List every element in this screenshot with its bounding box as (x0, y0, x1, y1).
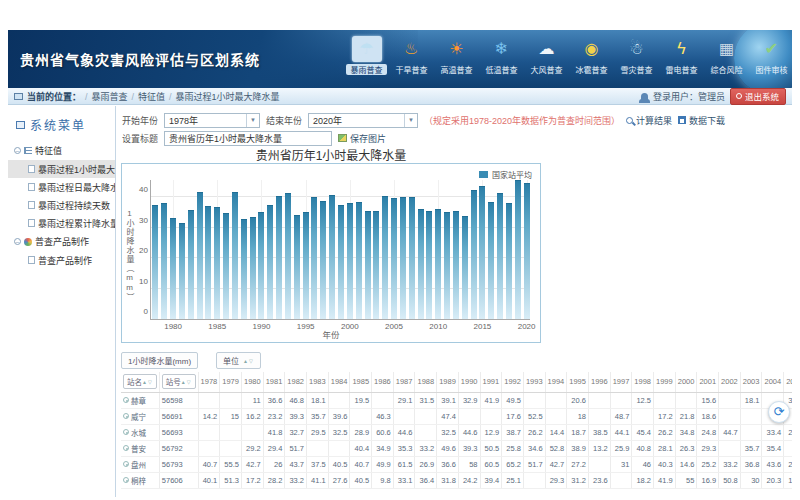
logout-button[interactable]: 退出系统 (730, 88, 786, 105)
value-cell: 24.2 (458, 472, 480, 488)
nav-item-冰雹普查[interactable]: ◉冰雹普查 (571, 36, 612, 75)
col-header-year-1999: 1999 (654, 372, 676, 392)
value-cell: 35.3 (393, 440, 415, 456)
station-name-cell[interactable]: 赫章 (121, 392, 159, 408)
station-name: 桐梓 (131, 475, 146, 486)
nav-item-综合风险[interactable]: ▦综合风险 (706, 36, 747, 75)
sidebar: 系统菜单 –特征值暴雨过程1小时最大降水量暴雨过程日最大降水量暴雨过程持续天数暴… (8, 106, 116, 497)
value-cell: 41.9 (480, 392, 502, 408)
sidebar-tree: –特征值暴雨过程1小时最大降水量暴雨过程日最大降水量暴雨过程持续天数暴雨过程累计… (8, 141, 115, 269)
tree-toggle-icon[interactable]: – (14, 238, 21, 245)
col-header-year-1988: 1988 (415, 372, 437, 392)
login-user-label: 登录用户：管理员 (653, 90, 725, 103)
bar-1983 (197, 192, 203, 319)
breadcrumb-segment[interactable]: 暴雨过程1小时最大降水量 (176, 92, 280, 102)
nav-item-label: 低温普查 (481, 64, 522, 75)
sidebar-group-普查产品制作[interactable]: –普查产品制作 (8, 232, 115, 251)
station-name-cell[interactable]: 普安 (121, 440, 159, 456)
sidebar-item-暴雨过程累计降水量[interactable]: 暴雨过程累计降水量 (8, 214, 115, 232)
menu-icon (16, 121, 25, 129)
nav-item-图件审核[interactable]: ✔图件审核 (751, 36, 792, 75)
station-name: 赫章 (131, 395, 146, 406)
unit-sort-filter[interactable]: 单位 ▲▽ (216, 352, 261, 369)
col-label: 站名 (127, 376, 142, 387)
bar-1996 (311, 197, 317, 319)
bar-2016 (488, 202, 494, 319)
breadcrumb-segment[interactable]: 特征值 (138, 92, 165, 102)
value-cell: 31.5 (415, 392, 437, 408)
snow-icon: ☃ (622, 36, 652, 62)
image-icon (338, 134, 347, 142)
value-cell (610, 392, 632, 408)
station-id-sort[interactable]: 站号▲▽ (162, 374, 196, 389)
x-tick-label: 1985 (208, 322, 226, 331)
value-cell: 21.8 (675, 408, 697, 424)
nav-item-高温普查[interactable]: ☀高温普查 (436, 36, 477, 75)
x-tick-label: 2020 (518, 322, 536, 331)
calculate-button[interactable]: 计算结果 (626, 114, 672, 127)
bar-2006 (400, 197, 406, 319)
value-cell: 35.7 (740, 440, 762, 456)
value-cell (241, 424, 263, 440)
bar-2001 (356, 202, 362, 319)
station-name-cell[interactable]: 盘州 (121, 456, 159, 472)
value-cell: 34.6 (523, 440, 545, 456)
sidebar-title: 系统菜单 (8, 114, 115, 141)
station-name-cell[interactable]: 威宁 (121, 408, 159, 424)
station-name-cell[interactable]: 水城 (121, 424, 159, 440)
value-cell: 16.2 (241, 408, 263, 424)
sidebar-group-特征值[interactable]: –特征值 (8, 141, 115, 160)
value-cell: 38.9 (567, 440, 589, 456)
download-button[interactable]: 数据下载 (678, 114, 725, 127)
bar-1978 (152, 205, 158, 319)
value-cell: 20.6 (567, 392, 589, 408)
start-year-select[interactable]: 1978年 ▼ (164, 113, 260, 128)
refresh-icon: ⟳ (774, 404, 785, 419)
value-cell: 11 (241, 392, 263, 408)
value-cell (307, 440, 329, 456)
nav-item-大风普查[interactable]: ☁大风普查 (526, 36, 567, 75)
value-cell: 40.7 (350, 456, 372, 472)
breadcrumb-segment[interactable]: 暴雨普查 (92, 92, 128, 102)
sidebar-item-暴雨过程1小时最大降水量[interactable]: 暴雨过程1小时最大降水量 (8, 160, 115, 178)
col-header-year-1993: 1993 (523, 372, 545, 392)
value-cell: 28.9 (350, 424, 372, 440)
power-icon (736, 93, 742, 99)
nav-item-雪灾普查[interactable]: ☃雪灾普查 (616, 36, 657, 75)
col-header-year-2000: 2000 (675, 372, 697, 392)
col-label: 站号 (166, 376, 181, 387)
value-cell: 14.4 (545, 424, 567, 440)
value-cell: 32.5 (437, 424, 459, 440)
refresh-button[interactable]: ⟳ (768, 401, 790, 423)
value-cell: 42.7 (545, 456, 567, 472)
nav-item-暴雨普查[interactable]: ☂暴雨普查 (346, 36, 387, 75)
station-name-cell[interactable]: 桐梓 (121, 472, 159, 488)
y-tick-label: 40 (139, 185, 148, 194)
value-cell: 17.1 (784, 472, 792, 488)
sidebar-item-暴雨过程日最大降水量[interactable]: 暴雨过程日最大降水量 (8, 178, 115, 196)
value-cell (545, 392, 567, 408)
chart-title-input[interactable]: 贵州省历年1小时最大降水量 (164, 131, 332, 146)
end-year-select[interactable]: 2020年 ▼ (308, 113, 418, 128)
bar-1993 (285, 193, 291, 319)
value-type-filter[interactable]: 1小时降水量(mm) (121, 352, 198, 369)
nav-item-label: 雪灾普查 (616, 64, 657, 75)
value-cell: 50.8 (719, 472, 741, 488)
top-nav: ☂暴雨普查♨干旱普查☀高温普查❄低温普查☁大风普查◉冰雹普查☃雪灾普查ϟ雷电普查… (346, 36, 792, 75)
station-name-sort[interactable]: 站名▲▽ (123, 374, 157, 389)
y-tick-label: 20 (139, 246, 148, 255)
nav-item-低温普查[interactable]: ❄低温普查 (481, 36, 522, 75)
save-image-button[interactable]: 保存图片 (338, 132, 386, 145)
composite-risk-icon: ▦ (712, 36, 742, 62)
value-cell (740, 408, 762, 424)
value-cell (458, 408, 480, 424)
sidebar-item-暴雨过程持续天数[interactable]: 暴雨过程持续天数 (8, 196, 115, 214)
tree-toggle-icon[interactable]: – (14, 147, 21, 154)
nav-item-雷电普查[interactable]: ϟ雷电普查 (661, 36, 702, 75)
value-cell: 46 (632, 456, 654, 472)
chart-title: 贵州省历年1小时最大降水量 (121, 146, 541, 163)
nav-item-干旱普查[interactable]: ♨干旱普查 (391, 36, 432, 75)
sidebar-item-普查产品制作[interactable]: 普查产品制作 (8, 251, 115, 269)
table-filters: 1小时降水量(mm) 单位 ▲▽ (121, 352, 261, 369)
value-cell: 52.5 (523, 408, 545, 424)
